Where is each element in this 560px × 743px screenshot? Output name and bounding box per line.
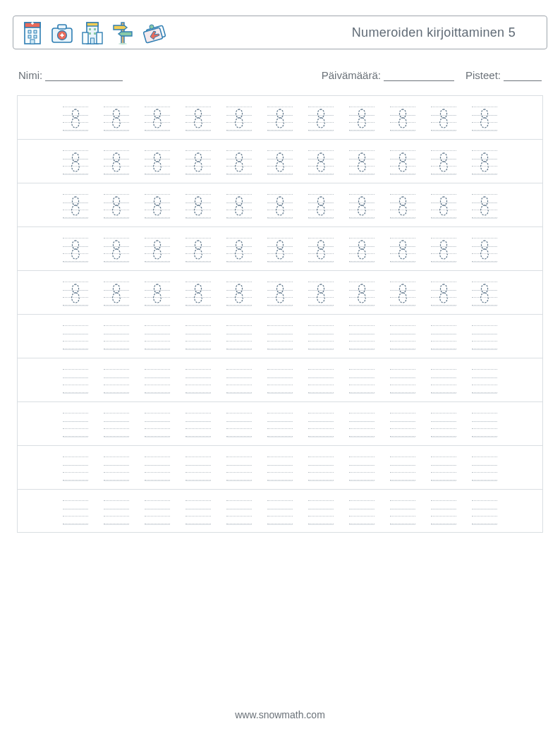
trace-cell[interactable] [150, 236, 165, 264]
practice-cell[interactable] [313, 323, 329, 351]
practice-cell[interactable] [272, 367, 288, 395]
practice-cell[interactable] [395, 367, 410, 395]
date-blank[interactable] [384, 71, 454, 81]
trace-cell[interactable] [109, 192, 124, 220]
practice-cell[interactable] [354, 454, 370, 483]
trace-cell[interactable] [313, 236, 329, 264]
practice-cell[interactable] [68, 498, 83, 526]
trace-cell[interactable] [477, 148, 492, 176]
practice-cell[interactable] [68, 367, 83, 395]
trace-cell[interactable] [68, 148, 83, 176]
trace-cell[interactable] [436, 192, 451, 220]
trace-cell[interactable] [313, 192, 329, 220]
trace-cell[interactable] [109, 148, 124, 176]
practice-cell[interactable] [190, 498, 206, 526]
practice-cell[interactable] [354, 367, 370, 395]
practice-cell[interactable] [354, 411, 370, 439]
trace-cell[interactable] [354, 236, 370, 264]
practice-cell[interactable] [436, 454, 451, 483]
trace-cell[interactable] [231, 104, 247, 133]
trace-cell[interactable] [190, 192, 206, 220]
trace-cell[interactable] [109, 236, 124, 264]
practice-cell[interactable] [190, 454, 206, 483]
trace-cell[interactable] [436, 236, 451, 264]
trace-cell[interactable] [313, 104, 329, 133]
trace-cell[interactable] [190, 104, 206, 133]
practice-cell[interactable] [477, 454, 492, 483]
trace-cell[interactable] [272, 279, 288, 308]
practice-cell[interactable] [477, 411, 492, 439]
trace-cell[interactable] [68, 236, 83, 264]
practice-cell[interactable] [150, 411, 165, 439]
practice-cell[interactable] [109, 411, 124, 439]
practice-cell[interactable] [313, 367, 329, 395]
trace-cell[interactable] [68, 104, 83, 133]
practice-cell[interactable] [395, 323, 410, 351]
trace-cell[interactable] [190, 148, 206, 176]
score-blank[interactable] [504, 71, 542, 81]
trace-cell[interactable] [68, 279, 83, 308]
practice-cell[interactable] [354, 498, 370, 526]
practice-cell[interactable] [272, 323, 288, 351]
practice-cell[interactable] [109, 323, 124, 351]
practice-cell[interactable] [395, 498, 410, 526]
trace-cell[interactable] [272, 104, 288, 133]
practice-cell[interactable] [68, 323, 83, 351]
trace-cell[interactable] [477, 279, 492, 308]
trace-cell[interactable] [272, 236, 288, 264]
practice-cell[interactable] [436, 498, 451, 526]
practice-cell[interactable] [68, 454, 83, 483]
trace-cell[interactable] [313, 148, 329, 176]
name-blank[interactable] [45, 71, 123, 81]
trace-cell[interactable] [109, 104, 124, 133]
trace-cell[interactable] [436, 279, 451, 308]
trace-cell[interactable] [354, 192, 370, 220]
practice-cell[interactable] [436, 411, 451, 439]
trace-cell[interactable] [150, 279, 165, 308]
trace-cell[interactable] [190, 279, 206, 308]
practice-cell[interactable] [313, 498, 329, 526]
trace-cell[interactable] [150, 192, 165, 220]
practice-cell[interactable] [231, 498, 247, 526]
trace-cell[interactable] [109, 279, 124, 308]
trace-cell[interactable] [354, 279, 370, 308]
trace-cell[interactable] [354, 104, 370, 133]
practice-cell[interactable] [109, 367, 124, 395]
trace-cell[interactable] [150, 148, 165, 176]
trace-cell[interactable] [477, 236, 492, 264]
practice-cell[interactable] [313, 411, 329, 439]
trace-cell[interactable] [395, 192, 410, 220]
practice-cell[interactable] [477, 498, 492, 526]
practice-cell[interactable] [68, 411, 83, 439]
practice-cell[interactable] [477, 323, 492, 351]
practice-cell[interactable] [231, 454, 247, 483]
practice-cell[interactable] [272, 498, 288, 526]
trace-cell[interactable] [395, 279, 410, 308]
trace-cell[interactable] [436, 104, 451, 133]
trace-cell[interactable] [272, 148, 288, 176]
trace-cell[interactable] [354, 148, 370, 176]
practice-cell[interactable] [150, 454, 165, 483]
practice-cell[interactable] [436, 323, 451, 351]
practice-cell[interactable] [436, 367, 451, 395]
practice-cell[interactable] [109, 498, 124, 526]
trace-cell[interactable] [190, 236, 206, 264]
practice-cell[interactable] [354, 323, 370, 351]
practice-cell[interactable] [272, 454, 288, 483]
trace-cell[interactable] [231, 236, 247, 264]
practice-cell[interactable] [190, 323, 206, 351]
trace-cell[interactable] [395, 104, 410, 133]
trace-cell[interactable] [231, 192, 247, 220]
practice-cell[interactable] [231, 411, 247, 439]
trace-cell[interactable] [313, 279, 329, 308]
trace-cell[interactable] [231, 279, 247, 308]
trace-cell[interactable] [477, 104, 492, 133]
trace-cell[interactable] [68, 192, 83, 220]
practice-cell[interactable] [109, 454, 124, 483]
trace-cell[interactable] [231, 148, 247, 176]
practice-cell[interactable] [190, 367, 206, 395]
practice-cell[interactable] [313, 454, 329, 483]
practice-cell[interactable] [231, 367, 247, 395]
practice-cell[interactable] [150, 498, 165, 526]
trace-cell[interactable] [436, 148, 451, 176]
